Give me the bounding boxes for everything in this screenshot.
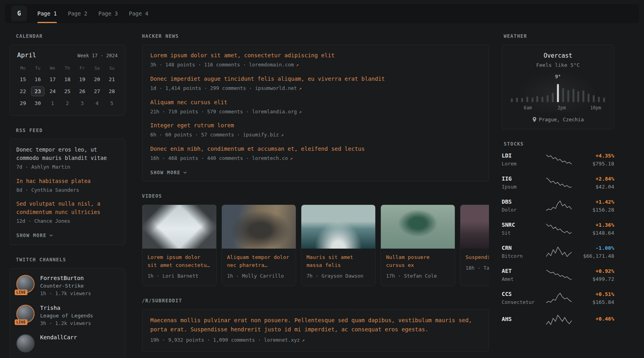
calendar-day[interactable]: 23: [31, 86, 45, 96]
stock-row[interactable]: SNRC Sit +1.36% $148.64: [502, 222, 614, 236]
calendar-day[interactable]: 3: [76, 98, 89, 108]
video-thumbnail[interactable]: [301, 205, 375, 249]
video-thumbnail[interactable]: [142, 205, 216, 249]
page-tab-label: Page 2: [68, 10, 87, 17]
stock-id: LDI Lorem: [502, 152, 540, 167]
stock-values: +1.36% $148.64: [578, 222, 614, 236]
calendar-day[interactable]: 20: [90, 74, 104, 84]
stock-row[interactable]: AET Amet +0.92% $499.72: [502, 268, 614, 282]
hackernews-item-title[interactable]: Aliquam nec cursus elit: [150, 98, 481, 107]
calendar-day[interactable]: 24: [46, 86, 59, 96]
hackernews-item-title[interactable]: Lorem ipsum dolor sit amet, consectetur …: [150, 51, 481, 60]
channel-name[interactable]: KendallCarr: [40, 334, 77, 340]
calendar-dow-label: Fr: [75, 66, 89, 71]
video-title[interactable]: Mauris sit amet massa felis: [306, 253, 370, 269]
stock-sparkline: [540, 314, 578, 326]
calendar-day[interactable]: 16: [31, 74, 45, 84]
calendar-day[interactable]: 29: [16, 98, 30, 108]
calendar-day[interactable]: 17: [46, 74, 59, 84]
rss-item-title[interactable]: In hac habitasse platea: [16, 177, 118, 185]
weather-bar: [598, 97, 600, 102]
video-card-body: Mauris sit amet massa felis 7h · Grayson…: [301, 249, 375, 286]
calendar-day[interactable]: 22: [16, 86, 30, 96]
video-title[interactable]: Nullam posuere cursus ex: [386, 253, 450, 269]
twitch-channel[interactable]: LIVE Trisha League of Legends 3h · 1.2k …: [16, 305, 118, 327]
calendar-day[interactable]: 25: [60, 86, 74, 96]
rss-item-title[interactable]: Donec tempor eros leo, ut commodo mauris…: [16, 146, 118, 162]
stock-values: +4.35% $795.18: [578, 153, 614, 167]
video-card[interactable]: Lorem ipsum dolor sit amet consectetu… 1…: [142, 204, 217, 286]
video-title[interactable]: Suspendisse diam: [466, 253, 489, 261]
calendar-day[interactable]: 2: [60, 98, 74, 108]
stock-sparkline: [540, 154, 578, 165]
page-tab[interactable]: Page 3: [99, 4, 118, 23]
stock-row[interactable]: IIG Ipsum +2.84% $42.04: [502, 175, 614, 190]
hackernews-item-domain[interactable]: loremtech.co: [252, 155, 288, 161]
right-column: WEATHER Overcast Feels like 5°C 9° 6am 2…: [502, 33, 614, 338]
page-tab[interactable]: Page 4: [129, 4, 148, 23]
video-card[interactable]: Nullam posuere cursus ex 17h · Stefan Co…: [380, 204, 455, 286]
videos-row[interactable]: Lorem ipsum dolor sit amet consectetu… 1…: [142, 204, 489, 286]
stock-id: AHS: [502, 316, 540, 324]
calendar-day[interactable]: 21: [105, 74, 118, 84]
calendar-day[interactable]: 1: [46, 98, 59, 108]
stock-row[interactable]: CCS Consectetur +0.51% $165.84: [502, 291, 614, 305]
calendar-day[interactable]: 15: [16, 74, 30, 84]
external-link-icon: ↗: [299, 109, 302, 115]
calendar-day[interactable]: 18: [60, 74, 74, 84]
page-tab[interactable]: Page 1: [37, 4, 57, 23]
video-thumbnail[interactable]: [381, 205, 455, 249]
stock-row[interactable]: AHS +0.46%: [502, 314, 614, 326]
video-card[interactable]: Aliquam tempor dolor nec pharetra… 1h · …: [221, 204, 296, 286]
hackernews-item-domain[interactable]: ipsumify.biz: [243, 132, 279, 138]
stock-row[interactable]: DBS Dolor +1.42% $156.28: [502, 198, 614, 213]
hackernews-show-more-button[interactable]: SHOW MORE: [150, 170, 187, 175]
video-title[interactable]: Lorem ipsum dolor sit amet consectetu…: [147, 253, 211, 269]
hackernews-item-title[interactable]: Integer eget rutrum lorem: [150, 121, 481, 130]
stock-name: Ipsum: [502, 184, 540, 190]
stock-name: Lorem: [502, 161, 540, 167]
stock-name: Bitcorn: [502, 253, 540, 259]
calendar-day[interactable]: 27: [90, 86, 104, 96]
video-card[interactable]: Mauris sit amet massa felis 7h · Grayson…: [301, 204, 376, 286]
twitch-channel[interactable]: LIVE ForrestBurton Counter-Strike 1h · 1…: [16, 275, 118, 298]
calendar-day[interactable]: 4: [90, 98, 104, 108]
app-logo[interactable]: G: [11, 6, 27, 21]
hackernews-item-title[interactable]: Donec imperdiet augue tincidunt felis al…: [150, 75, 481, 83]
avatar: [16, 334, 35, 352]
stock-name: Dolor: [502, 207, 540, 213]
calendar-day[interactable]: 5: [105, 98, 118, 108]
calendar-day[interactable]: 26: [76, 86, 89, 96]
video-thumbnail[interactable]: [460, 205, 489, 249]
video-thumbnail[interactable]: [222, 205, 296, 249]
subreddit-post-title[interactable]: Maecenas mollis pulvinar erat non posuer…: [150, 316, 481, 334]
twitch-channel[interactable]: KendallCarr: [16, 334, 118, 352]
video-title[interactable]: Aliquam tempor dolor nec pharetra…: [227, 253, 291, 269]
channel-name[interactable]: ForrestBurton: [40, 275, 91, 281]
stock-change-percent: +1.42%: [578, 199, 614, 205]
video-card[interactable]: Suspendisse diam 18h · Tara: [460, 204, 489, 286]
stock-price: $42.04: [578, 184, 614, 190]
hackernews-item-domain[interactable]: ipsumworld.net: [255, 85, 297, 91]
page-tab[interactable]: Page 2: [68, 4, 87, 23]
stock-id: SNRC Sit: [502, 222, 540, 236]
hackernews-item-domain[interactable]: loremlandia.org: [252, 109, 297, 115]
hackernews-item-domain[interactable]: loremdomain.com: [249, 62, 294, 68]
stock-row[interactable]: LDI Lorem +4.35% $795.18: [502, 152, 614, 167]
external-link-icon: ↗: [296, 62, 299, 68]
calendar-day[interactable]: 28: [105, 86, 118, 96]
rss-show-more-button[interactable]: SHOW MORE: [16, 233, 53, 238]
calendar-day[interactable]: 30: [31, 98, 45, 108]
stock-row[interactable]: CRN Bitcorn -1.00% $66,171.48: [502, 245, 614, 259]
stock-ticker: AET: [502, 268, 540, 274]
calendar-day[interactable]: 19: [76, 74, 89, 84]
channel-name[interactable]: Trisha: [40, 305, 93, 311]
weather-bar: [582, 90, 584, 102]
stock-id: CCS Consectetur: [502, 291, 540, 305]
hackernews-item: Integer eget rutrum lorem 6h · 60 points…: [150, 121, 481, 139]
weather-bar: [557, 84, 559, 102]
hackernews-item-title[interactable]: Donec enim nibh, condimentum et accumsan…: [150, 145, 481, 153]
stock-values: +2.84% $42.04: [578, 176, 614, 190]
subreddit-post-domain[interactable]: loremnet.xyz: [264, 337, 300, 343]
rss-item-title[interactable]: Sed volutpat nulla nisl, a condimentum n…: [16, 200, 118, 216]
